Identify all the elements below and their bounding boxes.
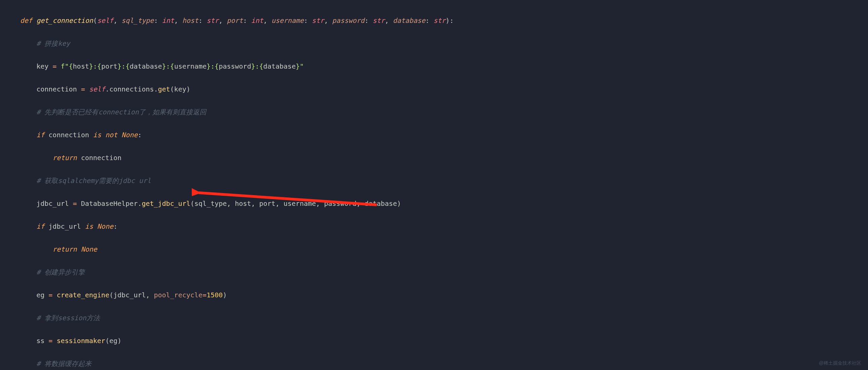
class-databasehelper: DatabaseHelper	[81, 199, 138, 208]
self-ref: self	[89, 85, 105, 93]
keyword-return: return	[53, 154, 77, 162]
code-line-2[interactable]: # 拼接key	[20, 38, 868, 49]
code-line-6[interactable]: if connection is not None:	[20, 129, 868, 141]
keyword-if: if	[36, 222, 44, 230]
keyword-none: None	[81, 245, 97, 253]
var-connection: connection	[36, 85, 77, 93]
keyword-none: None	[97, 222, 113, 230]
code-line-7[interactable]: return connection	[20, 152, 868, 163]
keyword-is: is	[85, 222, 93, 230]
code-line-15[interactable]: ss = sessionmaker(eg)	[20, 335, 868, 346]
param-host: host	[182, 17, 198, 25]
number-literal: 1500	[207, 291, 223, 299]
code-line-1[interactable]: def get_connection(self, sql_type: int, …	[20, 15, 868, 26]
fn-create-engine: create_engine	[57, 291, 109, 299]
type-str: str	[373, 17, 385, 25]
code-line-5[interactable]: # 先判断是否已经有connection了，如果有则直接返回	[20, 106, 868, 118]
code-line-12[interactable]: # 创建异步引擎	[20, 267, 868, 278]
code-line-13[interactable]: eg = create_engine(jdbc_url, pool_recycl…	[20, 289, 868, 301]
type-int: int	[251, 17, 263, 25]
code-line-14[interactable]: # 拿到session方法	[20, 312, 868, 323]
paren-open: (	[93, 17, 97, 25]
var-ss: ss	[36, 337, 44, 345]
code-line-8[interactable]: # 获取sqlalchemy需要的jdbc url	[20, 175, 868, 186]
code-line-4[interactable]: connection = self.connections.get(key)	[20, 84, 868, 95]
comment: # 创建异步引擎	[36, 268, 85, 276]
param-self: self	[97, 17, 113, 25]
code-line-9[interactable]: jdbc_url = DatabaseHelper.get_jdbc_url(s…	[20, 198, 868, 209]
var-key: key	[36, 62, 49, 70]
keyword-none: None	[121, 131, 137, 139]
function-name: get_connection	[36, 17, 93, 25]
keyword-not: not	[105, 131, 117, 139]
comment: # 拼接key	[36, 39, 70, 48]
watermark-text: @稀土掘金技术社区	[819, 359, 861, 367]
code-line-3[interactable]: key = f"{host}:{port}:{database}:{userna…	[20, 61, 868, 72]
keyword-is: is	[93, 131, 101, 139]
code-line-10[interactable]: if jdbc_url is None:	[20, 221, 868, 232]
type-str: str	[312, 17, 324, 25]
type-str: str	[207, 17, 219, 25]
keyword-return: return	[53, 245, 77, 253]
method-get: get	[158, 85, 170, 93]
fstring: f"	[61, 62, 69, 70]
type-str: str	[433, 17, 445, 25]
keyword-if: if	[36, 131, 44, 139]
code-line-11[interactable]: return None	[20, 244, 868, 255]
param-sql-type: sql_type	[121, 17, 154, 25]
code-line-16[interactable]: # 将数据缓存起来	[20, 358, 868, 369]
comment: # 将数据缓存起来	[36, 360, 92, 368]
comment: # 获取sqlalchemy需要的jdbc url	[36, 177, 151, 185]
keyword-def: def	[20, 17, 32, 25]
comment: # 先判断是否已经有connection了，如果有则直接返回	[36, 108, 206, 116]
var-eg: eg	[36, 291, 44, 299]
method-get-jdbc-url: get_jdbc_url	[142, 199, 190, 208]
param-database: database	[393, 17, 425, 25]
fn-sessionmaker: sessionmaker	[57, 337, 105, 345]
comment: # 拿到session方法	[36, 314, 100, 322]
var-jdbc-url: jdbc_url	[36, 199, 69, 208]
attr-connections: connections	[109, 85, 154, 93]
param-password: password	[332, 17, 364, 25]
paren-close: )	[446, 17, 450, 25]
type-int: int	[162, 17, 174, 25]
param-port: port	[227, 17, 243, 25]
code-editor[interactable]: def get_connection(self, sql_type: int, …	[0, 3, 868, 370]
kwarg-pool-recycle: pool_recycle	[154, 291, 203, 299]
param-username: username	[272, 17, 304, 25]
